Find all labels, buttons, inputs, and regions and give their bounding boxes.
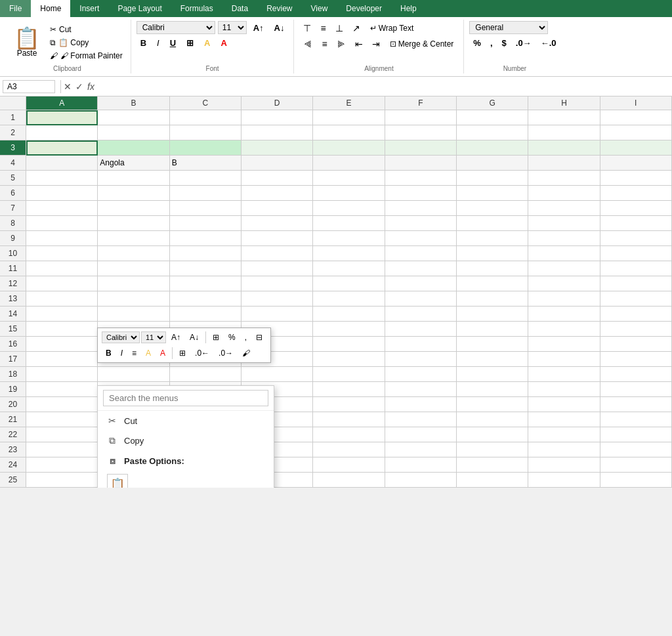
fill-color-button[interactable]: A (200, 37, 214, 49)
cell-G12[interactable] (457, 276, 528, 291)
increase-decimal-button[interactable]: .0→ (512, 37, 536, 49)
cell-E20[interactable] (313, 397, 385, 412)
cell-B10[interactable] (98, 246, 169, 261)
cell-I25[interactable] (600, 473, 672, 488)
cell-A2[interactable] (26, 125, 98, 140)
wrap-text-button[interactable]: ↵ Wrap Text (366, 22, 419, 35)
col-header-H[interactable]: H (528, 96, 600, 110)
align-top-button[interactable]: ⊤ (299, 21, 315, 35)
ctx-paste-icon-btn[interactable]: 📋 (107, 474, 128, 488)
cell-G1[interactable] (457, 110, 528, 125)
cell-B8[interactable] (98, 216, 169, 231)
cancel-formula-icon[interactable]: ✕ (64, 81, 72, 92)
cell-E7[interactable] (313, 201, 385, 216)
cell-I21[interactable] (600, 412, 672, 427)
cell-I5[interactable] (600, 171, 672, 186)
cell-C6[interactable] (170, 186, 242, 201)
cell-E13[interactable] (313, 291, 385, 307)
cell-G21[interactable] (457, 412, 528, 427)
cell-C3[interactable] (170, 140, 242, 156)
cell-F12[interactable] (385, 276, 457, 291)
cell-G18[interactable] (457, 367, 528, 382)
cell-A11[interactable] (26, 261, 98, 276)
underline-button[interactable]: U (166, 37, 180, 49)
mini-font-grow[interactable]: A↑ (167, 331, 184, 344)
cell-H25[interactable] (528, 473, 600, 488)
number-format-select[interactable]: General (469, 21, 548, 34)
cell-D18[interactable] (242, 367, 313, 382)
tab-review[interactable]: Review (257, 0, 301, 17)
cell-E9[interactable] (313, 231, 385, 246)
cell-F22[interactable] (385, 427, 457, 442)
cell-F6[interactable] (385, 186, 457, 201)
tab-help[interactable]: Help (391, 0, 426, 17)
tab-formulas[interactable]: Formulas (171, 0, 222, 17)
cell-E16[interactable] (313, 337, 385, 352)
confirm-formula-icon[interactable]: ✓ (75, 81, 83, 92)
cell-E15[interactable] (313, 322, 385, 337)
mini-font-select[interactable]: Calibri (102, 331, 140, 343)
cell-I9[interactable] (600, 231, 672, 246)
increase-indent-button[interactable]: ⇥ (368, 37, 384, 51)
cell-H11[interactable] (528, 261, 600, 276)
font-shrink-button[interactable]: A↓ (270, 22, 289, 34)
col-header-E[interactable]: E (313, 96, 385, 110)
cell-F3[interactable] (385, 140, 457, 156)
cell-D1[interactable] (242, 110, 313, 125)
cell-H10[interactable] (528, 246, 600, 261)
cell-E22[interactable] (313, 427, 385, 442)
mini-bold[interactable]: B (102, 347, 116, 360)
cell-E14[interactable] (313, 307, 385, 322)
cell-C18[interactable] (170, 367, 242, 382)
mini-inc-decimal[interactable]: .0→ (215, 347, 237, 360)
cell-G19[interactable] (457, 382, 528, 397)
cell-D10[interactable] (242, 246, 313, 261)
align-bottom-button[interactable]: ⊥ (331, 21, 347, 35)
cell-H8[interactable] (528, 216, 600, 231)
cell-C14[interactable] (170, 307, 242, 322)
mini-italic[interactable]: I (117, 347, 127, 360)
ctx-copy[interactable]: ⧉ Copy (98, 431, 274, 451)
cell-A24[interactable] (26, 457, 98, 473)
cell-G22[interactable] (457, 427, 528, 442)
cell-D4[interactable] (242, 156, 313, 171)
cell-A15[interactable] (26, 322, 98, 337)
cell-F15[interactable] (385, 322, 457, 337)
cell-F1[interactable] (385, 110, 457, 125)
cell-D2[interactable] (242, 125, 313, 140)
align-center-button[interactable]: ≡ (318, 37, 331, 51)
cell-D13[interactable] (242, 291, 313, 307)
cell-E24[interactable] (313, 457, 385, 473)
tab-view[interactable]: View (302, 0, 337, 17)
font-size-select[interactable]: 11 (218, 21, 247, 34)
cell-F2[interactable] (385, 125, 457, 140)
cell-G14[interactable] (457, 307, 528, 322)
bold-button[interactable]: B (136, 37, 150, 49)
cell-E5[interactable] (313, 171, 385, 186)
cell-B5[interactable] (98, 171, 169, 186)
ctx-cut[interactable]: ✂ Cut (98, 411, 274, 431)
cell-D6[interactable] (242, 186, 313, 201)
cell-G5[interactable] (457, 171, 528, 186)
cell-H20[interactable] (528, 397, 600, 412)
cell-F11[interactable] (385, 261, 457, 276)
cell-D7[interactable] (242, 201, 313, 216)
cell-C12[interactable] (170, 276, 242, 291)
cell-H2[interactable] (528, 125, 600, 140)
cell-A13[interactable] (26, 291, 98, 307)
cell-A20[interactable] (26, 397, 98, 412)
cell-I8[interactable] (600, 216, 672, 231)
cell-H5[interactable] (528, 171, 600, 186)
mini-size-select[interactable]: 11 (141, 331, 166, 343)
cell-H24[interactable] (528, 457, 600, 473)
cell-E10[interactable] (313, 246, 385, 261)
cell-D3[interactable] (242, 140, 313, 156)
cell-G2[interactable] (457, 125, 528, 140)
mini-fill-color[interactable]: A (142, 347, 155, 360)
cell-C4[interactable]: B (170, 156, 242, 171)
cell-B18[interactable] (98, 367, 169, 382)
cell-G6[interactable] (457, 186, 528, 201)
cell-I6[interactable] (600, 186, 672, 201)
cell-F18[interactable] (385, 367, 457, 382)
cell-A1[interactable] (26, 110, 98, 125)
